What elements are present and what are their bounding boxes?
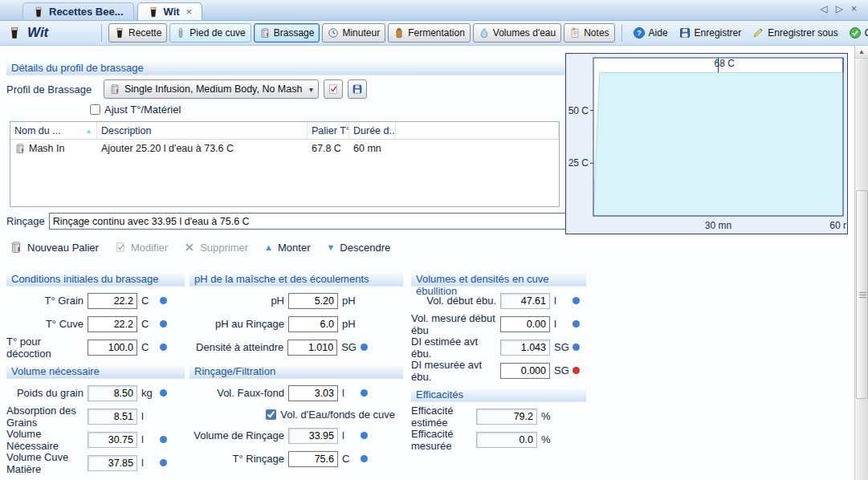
target-gravity-input[interactable] <box>287 340 337 356</box>
nav-close-icon[interactable]: × <box>851 3 857 14</box>
enregistrer-sous-button[interactable]: Enregistrer sous <box>748 23 842 43</box>
sparge-row: Rinçage <box>6 213 568 230</box>
mash-tun-icon <box>10 241 22 254</box>
ok-check-icon <box>849 26 862 39</box>
red-check-page-icon <box>328 83 339 95</box>
nav-forward-icon[interactable]: ▷ <box>836 3 843 14</box>
notes-button[interactable]: Notes <box>564 23 614 43</box>
fermenter-icon <box>393 27 405 39</box>
column-header-duree[interactable]: Durée d... <box>349 122 396 139</box>
checkbox-row: Vol. d'Eau/fonds de cuve <box>189 405 403 424</box>
ok-button[interactable]: OK <box>845 23 868 43</box>
main-content: Détails du profil de brassage Profil de … <box>0 46 868 480</box>
column-header-nom[interactable]: Nom du ... ▲ <box>10 122 97 139</box>
chart-canvas: 50 C25 C30 mn60 mn68 C <box>567 55 846 233</box>
clock-icon <box>328 27 339 39</box>
column-header-description[interactable]: Description <box>97 122 308 139</box>
preboil-volume-field <box>500 293 550 309</box>
table-header-row: Nom du ... ▲ Description Palier T° Durée… <box>10 122 559 140</box>
field-row: Poids du grain kg <box>6 381 185 405</box>
volumes-eau-button[interactable]: Volumes d'eau <box>473 23 561 43</box>
field-row: Volume Nécessaire l <box>6 428 185 451</box>
unit-label: l <box>554 295 568 307</box>
column-header-palier[interactable]: Palier T° <box>308 122 349 139</box>
table-row[interactable]: Mash In Ajouter 25.20 l d'eau à 73.6 C 6… <box>10 140 559 157</box>
aide-button[interactable]: ? Aide <box>629 23 672 43</box>
tab-bar: Recettes Bee... Wit × ◁ ▷ × <box>0 0 868 21</box>
field-row: DI estimée avt ébu. SG <box>411 336 586 359</box>
edit-profile-button[interactable] <box>324 79 343 99</box>
unit-label: % <box>541 433 556 445</box>
edit-step-button[interactable]: Modifier <box>115 242 168 254</box>
sparge-input[interactable] <box>49 213 568 230</box>
mash-steps-table[interactable]: Nom du ... ▲ Description Palier T° Durée… <box>10 121 560 207</box>
mash-ph-input[interactable] <box>288 293 338 309</box>
scrollbar-grip <box>859 295 866 295</box>
field-row: Volume de Rinçage l <box>189 424 403 447</box>
divider <box>621 24 622 42</box>
tab-recettes[interactable]: Recettes Bee... <box>22 2 134 20</box>
brassage-button[interactable]: Brassage <box>254 23 320 43</box>
measured-preboil-gravity-input[interactable] <box>500 363 550 379</box>
enregistrer-button[interactable]: Enregistrer <box>674 23 746 43</box>
field-row: Efficacité estimée % <box>411 405 586 428</box>
adjust-temp-checkbox[interactable] <box>90 104 100 115</box>
field-label: Vol. mesuré début ébu <box>411 312 496 336</box>
field-row: Absorption des Grains l <box>6 405 185 428</box>
unit-label: l <box>141 410 156 422</box>
move-down-button[interactable]: ▼ Descendre <box>326 242 390 254</box>
step-name: Mash In <box>29 143 64 154</box>
field-label: Volume de Rinçage <box>194 429 284 441</box>
step-actions-row: Nouveau Palier Modifier Supprimer ▲ Mont… <box>10 241 390 254</box>
vertical-scrollbar[interactable]: ▲ <box>854 46 868 480</box>
profile-row: Profil de Brassage Single Infusion, Medi… <box>6 79 367 99</box>
unit-label: l <box>141 457 156 469</box>
field-label: Vol. Faux-fond <box>217 387 284 399</box>
svg-text:60 mn: 60 mn <box>829 220 846 231</box>
delete-step-button[interactable]: Supprimer <box>184 242 248 254</box>
triangle-up-icon: ▲ <box>264 242 273 252</box>
estimated-preboil-gravity-field <box>500 340 550 356</box>
adjust-temp-label: Ajust T°/Matériel <box>104 104 181 116</box>
help-icon: ? <box>633 26 646 39</box>
mash-tun-icon <box>259 27 271 39</box>
unit-label: pH <box>342 295 357 307</box>
blue-dot-icon <box>160 297 167 304</box>
sparge-ph-input[interactable] <box>288 316 338 332</box>
move-up-button[interactable]: ▲ Monter <box>264 242 310 254</box>
tab-wit[interactable]: Wit × <box>137 2 203 20</box>
recette-button[interactable]: Recette <box>108 23 167 43</box>
nav-back-icon[interactable]: ◁ <box>821 3 828 14</box>
sparge-temp-input[interactable] <box>288 451 338 467</box>
tun-temp-input[interactable] <box>88 316 137 332</box>
tab-label: Wit <box>164 6 180 18</box>
decoction-temp-input[interactable] <box>88 340 137 356</box>
blue-dot-icon <box>573 297 580 304</box>
field-row: T° Rinçage C <box>189 447 403 470</box>
pied-de-cuve-button[interactable]: Pied de cuve <box>169 23 251 43</box>
svg-text:25 C: 25 C <box>568 157 589 169</box>
mash-tun-icon <box>109 83 120 95</box>
false-bottom-volume-input[interactable] <box>288 385 338 401</box>
grain-temp-input[interactable] <box>88 293 137 309</box>
unit-label: C <box>141 318 156 330</box>
fermentation-button[interactable]: Fermentation <box>388 23 471 43</box>
measured-preboil-volume-input[interactable] <box>500 316 550 332</box>
tab-close-icon[interactable]: × <box>186 6 193 18</box>
mash-profile-dropdown[interactable]: Single Infusion, Medium Body, No Mash Ou… <box>104 79 319 99</box>
field-label: pH au Rinçage <box>215 318 284 330</box>
scrollbar-thumb[interactable] <box>856 190 868 399</box>
scrollbar-up-arrow-icon[interactable]: ▲ <box>855 46 868 59</box>
column-header-empty <box>396 122 559 139</box>
unit-label: % <box>541 410 556 422</box>
blue-dot-icon <box>361 432 368 439</box>
deadspace-water-checkbox[interactable] <box>266 409 276 420</box>
save-profile-button[interactable] <box>348 79 367 99</box>
toolbar: Wit Recette Pied de cuve Brassage Minute… <box>0 21 868 46</box>
field-label: Poids du grain <box>17 387 84 399</box>
minuteur-button[interactable]: Minuteur <box>322 23 385 43</box>
red-dot-icon <box>573 367 580 374</box>
grain-weight-field <box>88 385 137 401</box>
new-step-button[interactable]: Nouveau Palier <box>10 241 99 254</box>
page-title: Wit <box>27 25 48 41</box>
